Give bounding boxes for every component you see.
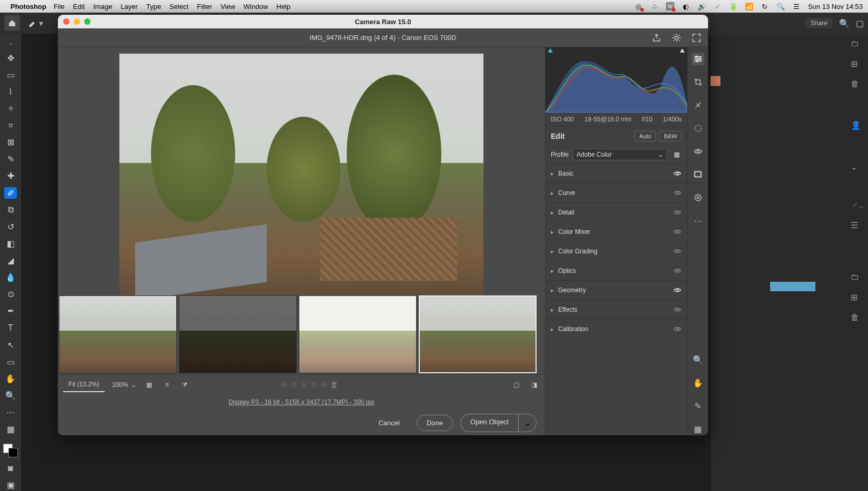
battery-icon[interactable]: 🔋	[729, 2, 738, 11]
filmstrip-thumb[interactable]	[299, 295, 417, 373]
settings-icon[interactable]	[671, 33, 682, 43]
rating-stars[interactable]: ☆ ☆ ☆ ☆ ☆ 🗑	[280, 380, 338, 390]
status-dots-icon[interactable]: ∴	[650, 2, 659, 11]
filter-icon[interactable]: ⧩	[179, 380, 190, 390]
history-brush-tool-icon[interactable]: ↺	[4, 221, 17, 232]
marquee-tool-icon[interactable]: ▭	[4, 69, 17, 80]
color-swatches[interactable]	[3, 444, 18, 457]
trash-icon[interactable]: 🗑	[851, 313, 864, 322]
bw-button[interactable]: B&W	[659, 131, 682, 141]
stamp-tool-icon[interactable]: ⧉	[4, 204, 17, 216]
move-tool-icon[interactable]: ✥	[4, 52, 17, 64]
zoom-dropdown[interactable]: 100%⌄	[112, 381, 137, 388]
lasso-tool-icon[interactable]: ⌇	[4, 86, 17, 97]
done-button[interactable]: Done	[417, 415, 453, 431]
volume-icon[interactable]: 🔊	[698, 2, 706, 11]
app-name[interactable]: Photoshop	[11, 3, 46, 11]
panel-new-icon[interactable]: ⊞	[851, 59, 864, 69]
more-tool-icon[interactable]: ⋯	[692, 214, 704, 227]
profile-select[interactable]: Adobe Color ⌄	[573, 149, 667, 160]
edit-toolbar-icon[interactable]: ▦	[4, 424, 17, 435]
fullscreen-icon[interactable]	[691, 33, 702, 43]
panel-color-grading[interactable]: ▸Color Grading	[546, 241, 687, 261]
visibility-toggle-icon[interactable]	[673, 228, 682, 236]
folder-icon[interactable]: 🗀	[851, 272, 864, 282]
mask-tool-icon[interactable]	[692, 122, 704, 135]
filmstrip-thumb[interactable]	[179, 295, 297, 373]
compare-view-icon[interactable]: ◨	[529, 380, 540, 390]
visibility-toggle-icon[interactable]	[673, 325, 682, 333]
hand-tool-icon[interactable]: ✋	[692, 376, 704, 389]
workspace-icon[interactable]: ▢	[856, 18, 864, 28]
export-icon[interactable]	[651, 33, 662, 43]
sampler-tool-icon[interactable]: ✎	[692, 400, 704, 412]
status-circle-icon[interactable]: ◐	[682, 2, 690, 11]
menubar-clock[interactable]: Sun 13 Nov 14:53	[808, 3, 863, 11]
panel-trash-icon[interactable]: 🗑	[851, 79, 864, 89]
hand-tool-icon[interactable]: ✋	[4, 373, 17, 384]
menu-type[interactable]: Type	[146, 3, 161, 11]
crop-tool-icon[interactable]: ⌗	[4, 120, 17, 131]
menu-layer[interactable]: Layer	[120, 3, 138, 11]
redeye-tool-icon[interactable]	[692, 145, 704, 158]
heal-tool-icon[interactable]	[692, 99, 704, 111]
panel-effects[interactable]: ▸Effects	[546, 300, 687, 319]
more-tools-icon[interactable]: ⋯	[4, 407, 17, 418]
window-titlebar[interactable]: Camera Raw 15.0	[58, 15, 708, 28]
eraser-tool-icon[interactable]: ◧	[4, 238, 17, 249]
visibility-toggle-icon[interactable]	[673, 208, 682, 217]
auto-button[interactable]: Auto	[634, 131, 656, 141]
grid-tool-icon[interactable]: ▦	[692, 423, 704, 435]
chevron-down-icon[interactable]: ⌄	[851, 162, 864, 172]
star-icon[interactable]: ☆	[300, 380, 307, 390]
layer-thumbnail[interactable]	[770, 282, 815, 291]
visibility-toggle-icon[interactable]	[673, 189, 682, 197]
status-app-icon[interactable]: W	[666, 2, 674, 11]
sort-icon[interactable]: ≡	[162, 380, 172, 390]
status-record-icon[interactable]: ◎	[634, 2, 643, 11]
visibility-toggle-icon[interactable]	[673, 286, 682, 294]
timemachine-icon[interactable]: ↻	[761, 2, 769, 11]
wand-tool-icon[interactable]: ✧	[4, 103, 17, 114]
path-tool-icon[interactable]: ↖	[4, 339, 17, 351]
menu-help[interactable]: Help	[276, 3, 290, 11]
spotlight-icon[interactable]: 🔍	[776, 2, 785, 11]
filmstrip-thumb[interactable]	[419, 295, 537, 373]
panel-geometry[interactable]: ▸Geometry	[546, 280, 687, 300]
heal-tool-icon[interactable]: ✚	[4, 170, 17, 182]
search-icon[interactable]: 🔍	[839, 18, 850, 28]
status-tool-icon[interactable]: ⟋	[713, 2, 722, 11]
star-icon[interactable]: ☆	[290, 380, 297, 390]
edit-tool-icon[interactable]	[692, 53, 704, 65]
new-layer-icon[interactable]: ⊞	[851, 292, 864, 302]
preview-area[interactable]	[58, 47, 545, 294]
preset-tool-icon[interactable]	[692, 191, 704, 204]
dodge-tool-icon[interactable]: ⊙	[4, 289, 17, 300]
menu-filter[interactable]: Filter	[197, 3, 212, 11]
panel-basic[interactable]: ▸Basic	[546, 163, 687, 183]
home-button[interactable]	[4, 15, 20, 31]
screenmode-icon[interactable]: ▣	[4, 479, 17, 491]
star-icon[interactable]: ☆	[280, 380, 287, 390]
frame-tool-icon[interactable]: ⊠	[4, 137, 17, 148]
panel-curve[interactable]: ▸Curve	[546, 183, 687, 202]
single-view-icon[interactable]: ▢	[511, 380, 522, 390]
zoom-tool-icon[interactable]: 🔍	[692, 353, 704, 366]
comment-icon[interactable]: 👤	[851, 120, 864, 130]
grid-view-icon[interactable]: ▦	[144, 380, 154, 390]
menu-select[interactable]: Select	[169, 3, 188, 11]
foreground-swatch[interactable]	[710, 76, 721, 86]
brush-tool-icon[interactable]: ✐	[4, 187, 17, 199]
star-icon[interactable]: ☆	[310, 380, 317, 390]
panel-folder-icon[interactable]: 🗀	[851, 39, 864, 48]
menu-file[interactable]: File	[54, 3, 65, 11]
visibility-toggle-icon[interactable]	[673, 267, 682, 275]
profile-browser-icon[interactable]: ▦	[671, 149, 682, 160]
rectangle-tool-icon[interactable]: ▭	[4, 356, 17, 367]
crop-tool-icon[interactable]	[692, 76, 704, 88]
menu-view[interactable]: View	[220, 3, 235, 11]
tool-preset-picker[interactable]: ▾	[27, 18, 43, 28]
adjust-icon[interactable]: ⟋..	[851, 200, 864, 210]
menu-edit[interactable]: Edit	[73, 3, 85, 11]
star-icon[interactable]: ☆	[320, 380, 327, 390]
